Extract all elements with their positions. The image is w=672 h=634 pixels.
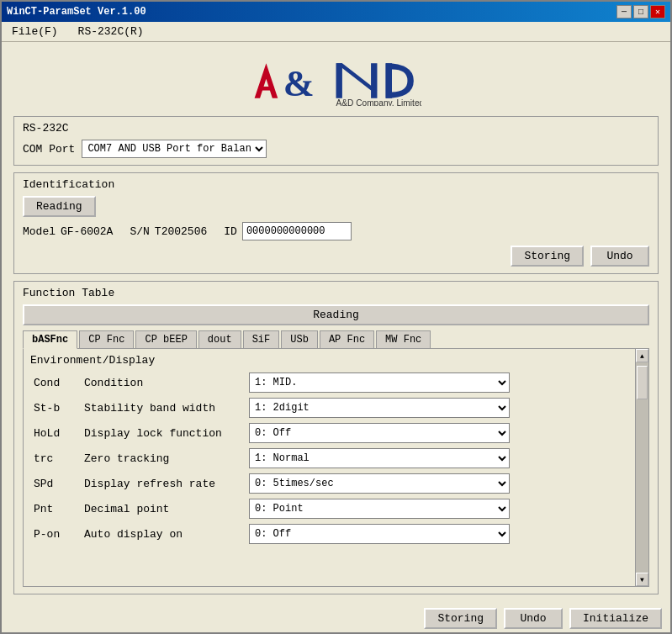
param-select-trc-cell: 0: Off 1: Normal 2: Wide [249, 446, 642, 471]
identification-undo-button[interactable]: Undo [590, 246, 649, 267]
identification-storing-row: Storing Undo [23, 246, 649, 267]
svg-text:&: & [283, 63, 315, 104]
svg-rect-4 [371, 63, 377, 98]
bottom-buttons-row: Storing Undo Initialize [2, 603, 670, 632]
scroll-down-button[interactable]: ▼ [636, 573, 648, 586]
bottom-undo-button[interactable]: Undo [504, 608, 563, 629]
id-label: ID [224, 225, 237, 238]
main-window: WinCT-ParamSet Ver.1.00 ─ □ ✕ File(F) RS… [0, 0, 672, 634]
title-bar: WinCT-ParamSet Ver.1.00 ─ □ ✕ [2, 2, 670, 22]
scroll-up-button[interactable]: ▲ [636, 349, 648, 362]
tab-content-area: Environment/Display Cond Condition 0: Lo… [23, 349, 649, 587]
table-row: trc Zero tracking 0: Off 1: Normal 2: Wi… [30, 446, 642, 471]
function-reading-button[interactable]: Reading [23, 304, 649, 325]
menu-bar: File(F) RS-232C(R) [2, 22, 670, 42]
window-title: WinCT-ParamSet Ver.1.00 [7, 6, 146, 18]
tab-usb[interactable]: USb [281, 330, 318, 348]
tab-sif[interactable]: SiF [243, 330, 280, 348]
model-field: Model GF-6002A [23, 225, 113, 238]
param-name-stb: Stability band width [81, 395, 249, 420]
scroll-track[interactable] [636, 362, 648, 573]
param-select-hold[interactable]: 0: Off 1: On [249, 423, 510, 443]
table-row: St-b Stability band width 0: 1digit 1: 2… [30, 395, 642, 420]
model-label: Model [23, 225, 56, 238]
model-value: GF-6002A [61, 225, 113, 238]
param-name-hold: Display lock function [81, 420, 249, 446]
param-select-trc[interactable]: 0: Off 1: Normal 2: Wide [249, 448, 510, 468]
function-table-section: Function Table Reading bASFnc CP Fnc CP … [13, 281, 659, 594]
param-select-pon[interactable]: 0: Off 1: On [249, 524, 510, 544]
menu-file[interactable]: File(F) [8, 24, 61, 40]
param-code-trc: trc [30, 446, 81, 471]
com-port-select[interactable]: COM7 AND USB Port for Balanc COM1 COM2 C… [82, 140, 267, 158]
sn-field: S/N T2002506 [130, 225, 207, 238]
param-code-spd: SPd [30, 471, 81, 496]
svg-rect-1 [258, 87, 273, 91]
param-select-stb[interactable]: 0: 1digit 1: 2digit 2: 5digit [249, 398, 510, 418]
bottom-storing-button[interactable]: Storing [424, 608, 497, 629]
scrollbar[interactable]: ▲ ▼ [635, 349, 648, 586]
identification-storing-button[interactable]: Storing [511, 246, 584, 267]
id-field: ID [224, 222, 352, 240]
param-name-pnt: Decimal point [81, 496, 249, 521]
param-select-cond-cell: 0: Low 1: MID. 2: High [249, 370, 642, 395]
table-row: Cond Condition 0: Low 1: MID. 2: High [30, 370, 642, 395]
table-row: Pnt Decimal point 0: Point 1: Comma [30, 496, 642, 521]
maximize-button[interactable]: □ [633, 5, 648, 18]
rs232c-section: RS-232C COM Port COM7 AND USB Port for B… [13, 116, 659, 166]
com-port-label: COM Port [23, 143, 75, 156]
rs232c-label: RS-232C [23, 122, 649, 135]
param-name-cond: Condition [81, 370, 249, 395]
tab-cpfnc[interactable]: CP Fnc [79, 330, 134, 348]
param-code-stb: St-b [30, 395, 81, 420]
table-row: P-on Auto display on 0: Off 1: On [30, 521, 642, 547]
scroll-thumb[interactable] [637, 366, 648, 399]
param-code-hold: HoLd [30, 420, 81, 446]
env-display-label: Environment/Display [30, 354, 642, 367]
sn-label: S/N [130, 225, 149, 238]
tab-apfnc[interactable]: AP Fnc [320, 330, 374, 348]
tab-cpbeep[interactable]: CP bEEP [135, 330, 196, 348]
identification-label: Identification [23, 178, 649, 191]
identification-row: Model GF-6002A S/N T2002506 ID [23, 222, 649, 240]
close-button[interactable]: ✕ [650, 5, 665, 18]
content-area: & A&D Company, Limited RS-232C COM Port … [2, 42, 670, 603]
param-select-hold-cell: 0: Off 1: On [249, 420, 642, 446]
tab-basfnc[interactable]: bASFnc [23, 330, 77, 349]
tab-mwfnc[interactable]: MW Fnc [376, 330, 431, 348]
param-select-pnt-cell: 0: Point 1: Comma [249, 496, 642, 521]
bottom-initialize-button[interactable]: Initialize [569, 608, 662, 629]
identification-reading-button[interactable]: Reading [23, 196, 96, 217]
param-name-trc: Zero tracking [81, 446, 249, 471]
param-select-stb-cell: 0: 1digit 1: 2digit 2: 5digit [249, 395, 642, 420]
param-select-spd-cell: 0: 5times/sec 1: 10times/sec 2: 20times/… [249, 471, 642, 496]
function-table-label: Function Table [23, 287, 649, 299]
company-logo: & A&D Company, Limited [251, 55, 421, 106]
tabs-row: bASFnc CP Fnc CP bEEP dout SiF USb AP Fn… [23, 330, 649, 349]
params-table: Cond Condition 0: Low 1: MID. 2: High [30, 370, 642, 547]
sn-value: T2002506 [155, 225, 207, 238]
menu-rs232c[interactable]: RS-232C(R) [75, 24, 147, 40]
rs232c-row: COM Port COM7 AND USB Port for Balanc CO… [23, 140, 649, 158]
param-select-pnt[interactable]: 0: Point 1: Comma [249, 499, 510, 519]
param-select-cond[interactable]: 0: Low 1: MID. 2: High [249, 372, 510, 393]
param-select-pon-cell: 0: Off 1: On [249, 521, 642, 547]
param-code-pon: P-on [30, 521, 81, 547]
param-name-spd: Display refresh rate [81, 471, 249, 496]
table-row: SPd Display refresh rate 0: 5times/sec 1… [30, 471, 642, 496]
svg-rect-3 [336, 63, 342, 98]
minimize-button[interactable]: ─ [616, 5, 632, 18]
id-input[interactable] [242, 222, 352, 240]
param-select-spd[interactable]: 0: 5times/sec 1: 10times/sec 2: 20times/… [249, 473, 510, 494]
svg-marker-0 [255, 63, 278, 98]
param-code-cond: Cond [30, 370, 81, 395]
logo-area: & A&D Company, Limited [13, 50, 659, 109]
title-bar-controls: ─ □ ✕ [616, 5, 665, 18]
tab-dout[interactable]: dout [198, 330, 241, 348]
svg-text:A&D Company, Limited: A&D Company, Limited [336, 98, 422, 106]
table-row: HoLd Display lock function 0: Off 1: On [30, 420, 642, 446]
param-name-pon: Auto display on [81, 521, 249, 547]
identification-section: Identification Reading Model GF-6002A S/… [13, 172, 659, 274]
param-code-pnt: Pnt [30, 496, 81, 521]
